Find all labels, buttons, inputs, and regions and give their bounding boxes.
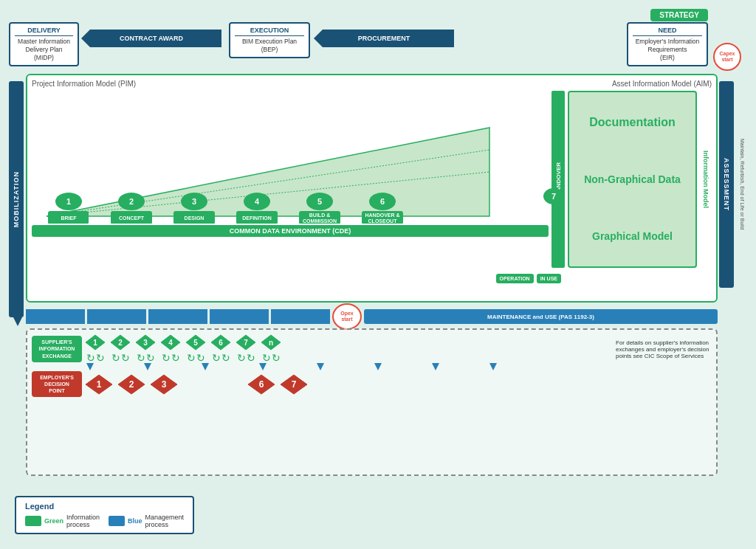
need-content: Employer's InformationRequirements(EIR) (633, 38, 702, 62)
supplier-employer-section: SUPPLIER'SINFORMATIONEXCHANGE 1 ↻ ↻ 2 (26, 328, 718, 476)
svg-text:7: 7 (292, 379, 297, 390)
info-non-graphical: Non-Graphical Data (574, 153, 691, 206)
svg-text:7: 7 (244, 339, 248, 347)
svg-text:5: 5 (317, 197, 322, 206)
contract-award-label: CONTRACT AWARD (81, 30, 221, 47)
delivery-title: DELIVERY (15, 27, 73, 36)
legend-green-label: Green (44, 517, 63, 525)
legend-green-desc: Informationprocess (66, 514, 100, 528)
svg-text:CLOSEOUT: CLOSEOUT (368, 218, 398, 224)
execution-box: EXECUTION BIM Execution Plan(BEP) (229, 22, 310, 58)
maintenance-bar: MAINTENANCE and USE (PAS 1192-3) (364, 309, 718, 324)
execution-title: EXECUTION (235, 27, 304, 36)
svg-text:4: 4 (255, 197, 260, 206)
note-text: For details on supplier's information ex… (616, 339, 712, 359)
svg-text:6: 6 (380, 197, 385, 206)
cde-bar: COMMON DATA ENVIRONMENT (CDE) (32, 225, 549, 237)
legend-blue-label: Blue (128, 517, 142, 525)
svg-text:2: 2 (129, 197, 134, 206)
legend-box: Legend Green Informationprocess Blue Man… (15, 496, 194, 534)
info-documentation: Documentation (574, 97, 691, 149)
strategy-label: STRATEGY (650, 9, 708, 21)
svg-text:6: 6 (259, 379, 264, 390)
assessment-label: ASSESSMENT (723, 158, 730, 211)
svg-text:DESIGN: DESIGN (185, 215, 205, 221)
employer-row: EMPLOYER'SDECISIONPOINT 1 2 3 6 7 (32, 371, 712, 397)
svg-text:3: 3 (162, 379, 167, 390)
need-title: NEED (633, 27, 702, 36)
employer-box: EMPLOYER'SDECISIONPOINT (32, 371, 82, 397)
need-box: NEED Employer's InformationRequirements(… (627, 22, 708, 66)
info-model-label: Information Model (700, 91, 712, 268)
svg-text:3: 3 (143, 339, 148, 347)
legend-title: Legend (25, 502, 184, 511)
opex-circle: Opexstart (332, 303, 362, 330)
pim-label: Project Information Model (PIM) (32, 80, 136, 88)
contract-award-arrow: CONTRACT AWARD (81, 30, 221, 47)
capex-circle: Capexstart (713, 43, 741, 71)
procurement-arrow: PROCUREMENT (314, 30, 454, 47)
svg-text:BUILD &: BUILD & (309, 213, 330, 218)
legend-blue-desc: Managementprocess (145, 514, 185, 528)
svg-text:DEFINITION: DEFINITION (242, 215, 272, 221)
svg-text:6: 6 (219, 339, 223, 347)
mobilization-arrow-down (13, 317, 22, 326)
supplier-box: SUPPLIER'SINFORMATIONEXCHANGE (32, 336, 82, 362)
svg-text:2: 2 (118, 339, 123, 347)
svg-text:3: 3 (192, 197, 196, 206)
info-graphical: Graphical Model (574, 210, 691, 262)
svg-text:4: 4 (168, 339, 173, 347)
svg-text:2: 2 (129, 379, 134, 390)
assessment-bar: ASSESSMENT (719, 81, 734, 288)
flow-arrows-row: Opexstart MAINTENANCE and USE (PAS 1192-… (26, 308, 718, 325)
svg-text:CONCEPT: CONCEPT (119, 215, 145, 221)
svg-text:1: 1 (97, 379, 102, 390)
svg-text:HANDOVER &: HANDOVER & (365, 213, 399, 218)
supplier-row: SUPPLIER'SINFORMATIONEXCHANGE 1 ↻ ↻ 2 (32, 334, 712, 364)
mobilization-label: MOBILIZATION (13, 171, 20, 227)
procurement-label: PROCUREMENT (314, 30, 454, 47)
svg-text:5: 5 (193, 339, 198, 347)
delivery-box: DELIVERY Master InformationDelivery Plan… (9, 22, 79, 66)
delivery-content: Master InformationDelivery Plan(MIDP) (15, 38, 73, 62)
svg-text:1: 1 (93, 339, 97, 347)
mobilization-bar: MOBILIZATION (9, 81, 24, 317)
svg-text:n: n (269, 339, 273, 347)
svg-text:COMMISSION: COMMISSION (303, 218, 337, 224)
handover-bar: HANDOVER (551, 91, 565, 268)
maintain-label: Maintain, Refurbish, End of Life or Buil… (735, 81, 749, 288)
info-model-box: 7 Documentation Non-Graphical Data Graph… (568, 91, 697, 268)
pim-aim-box: Project Information Model (PIM) Asset In… (26, 74, 718, 303)
execution-content: BIM Execution Plan(BEP) (235, 38, 304, 54)
aim-label: Asset Information Model (AIM) (612, 80, 712, 88)
svg-text:1: 1 (66, 197, 71, 206)
svg-text:BRIEF: BRIEF (61, 215, 78, 221)
